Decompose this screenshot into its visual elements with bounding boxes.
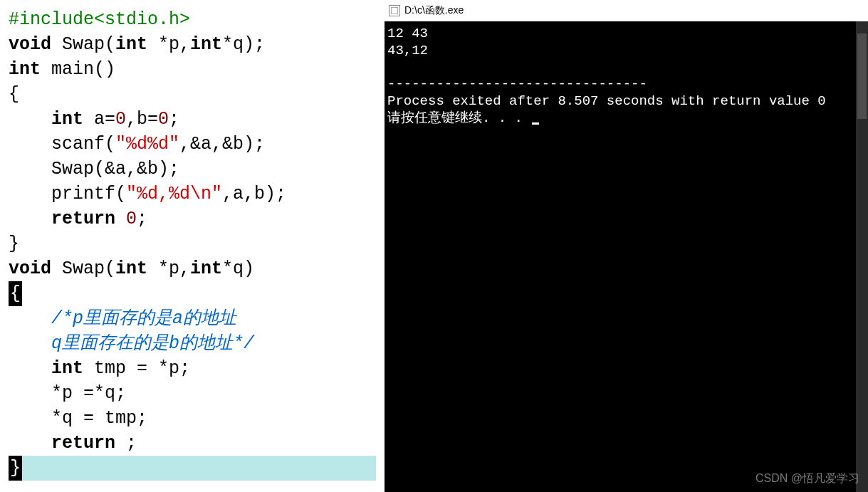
code-line-q-assign: *q = tmp;: [9, 406, 376, 431]
code-line-swap-def: void Swap(int *p,int*q): [9, 256, 376, 281]
code-line-var-decl: int a=0,b=0;: [9, 107, 376, 132]
code-line-return-main: return 0;: [9, 206, 376, 231]
code-line-include: #include<stdio.h>: [9, 7, 376, 32]
console-output[interactable]: 12 43 43,12 ----------------------------…: [385, 21, 868, 492]
code-line-brace-close-swap: }: [9, 456, 376, 481]
console-pane: D:\c\函数.exe 12 43 43,12 ----------------…: [385, 0, 868, 492]
code-line-printf: printf("%d,%d\n",a,b);: [9, 182, 376, 206]
console-exit-message: Process exited after 8.507 seconds with …: [387, 93, 826, 109]
console-title-text: D:\c\函数.exe: [404, 4, 464, 17]
console-output-line: 43,12: [387, 43, 428, 58]
console-continue-prompt: 请按任意键继续. . .: [387, 110, 530, 126]
watermark: CSDN @悟凡爱学习: [755, 471, 859, 486]
console-scrollbar-thumb[interactable]: [857, 33, 867, 119]
console-cursor: [532, 122, 539, 125]
code-line-swap-call: Swap(&a,&b);: [9, 157, 376, 182]
code-line-brace-open-swap: {: [9, 281, 376, 306]
console-app-icon: [389, 5, 400, 16]
code-line-swap-decl: void Swap(int *p,int*q);: [9, 32, 376, 57]
console-title-bar[interactable]: D:\c\函数.exe: [385, 0, 868, 21]
console-separator: --------------------------------: [387, 76, 647, 92]
code-line-brace-open: {: [9, 82, 376, 107]
code-editor-pane[interactable]: #include<stdio.h> void Swap(int *p,int*q…: [0, 0, 385, 492]
code-line-brace-close: }: [9, 231, 376, 256]
code-line-scanf: scanf("%d%d",&a,&b);: [9, 132, 376, 157]
code-line-comment-1: /*p里面存的是a的地址: [9, 306, 376, 331]
code-line-p-assign: *p =*q;: [9, 381, 376, 406]
console-scrollbar[interactable]: [856, 21, 868, 492]
code-line-tmp-decl: int tmp = *p;: [9, 356, 376, 381]
code-line-comment-2: q里面存在的是b的地址*/: [9, 331, 376, 356]
code-line-return-swap: return ;: [9, 431, 376, 456]
console-input-line: 12 43: [387, 26, 428, 41]
code-line-main-decl: int main(): [9, 57, 376, 82]
